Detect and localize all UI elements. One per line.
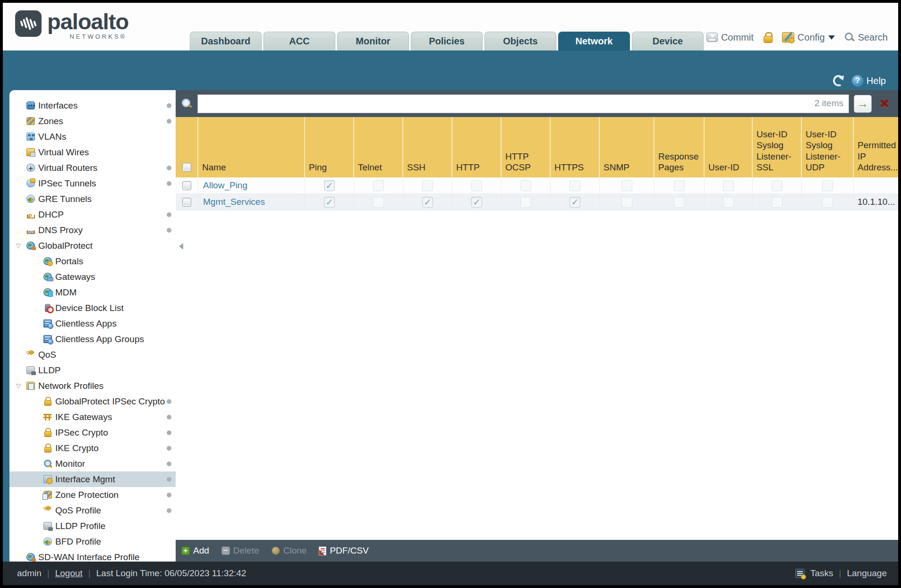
sidebar-item-interface-mgmt[interactable]: Interface Mgmt — [9, 471, 176, 487]
add-button[interactable]: + Add — [181, 546, 209, 556]
help-button[interactable]: ? Help — [852, 75, 886, 86]
name-cell: Mgmt_Services — [198, 194, 305, 210]
row-select-checkbox[interactable] — [182, 181, 191, 190]
sidebar-item-label: IKE Crypto — [55, 440, 99, 456]
delete-button[interactable]: − Delete — [221, 546, 259, 556]
https-cell — [551, 194, 600, 210]
sidebar-item-label: SD-WAN Interface Profile — [38, 549, 140, 562]
tasks-icon[interactable] — [795, 569, 805, 578]
sidebar-item-vlans[interactable]: VLANs — [9, 129, 176, 144]
dhcp-icon — [26, 210, 35, 218]
refresh-icon[interactable] — [831, 74, 846, 88]
sidebar-item-zone-protection[interactable]: Zone Protection — [9, 487, 176, 503]
column-header-user-id-syslog-listener-ssl[interactable]: User-ID Syslog Listener-SSL — [753, 117, 802, 177]
http-cell — [452, 194, 502, 210]
clear-filter-icon[interactable]: ✖ — [876, 95, 892, 113]
column-header-ping[interactable]: Ping — [305, 117, 354, 177]
sidebar-item-network-profiles[interactable]: ▽Network Profiles — [9, 378, 176, 394]
column-header-name[interactable]: Name — [198, 117, 305, 177]
table-toolbar: + Add − Delete Clone P — [176, 540, 898, 562]
sidebar-item-label: LLDP — [38, 362, 61, 378]
sidebar-item-gre-tunnels[interactable]: GRE Tunnels — [9, 191, 176, 207]
commit-button[interactable]: Commit — [706, 32, 754, 43]
row-select-cell — [176, 194, 198, 210]
sidebar-item-portals[interactable]: Portals — [9, 253, 176, 269]
tasks-link[interactable]: Tasks — [810, 568, 833, 579]
sidebar-item-ike-gateways[interactable]: IKE Gateways — [9, 409, 176, 425]
ssh-check-on — [422, 197, 433, 208]
item-dot — [167, 446, 171, 451]
clientless-app-groups-icon — [43, 335, 52, 343]
apply-filter-icon[interactable]: → — [854, 95, 872, 113]
row-select-checkbox[interactable] — [182, 198, 191, 207]
column-header-telnet[interactable]: Telnet — [354, 117, 403, 177]
sidebar-item-clientless-app-groups[interactable]: Clientless App Groups — [9, 331, 176, 347]
sidebar-item-zones[interactable]: Zones — [9, 113, 176, 129]
logout-link[interactable]: Logout — [55, 568, 83, 579]
sidebar-item-bfd-profile[interactable]: BFD Profile — [9, 534, 176, 549]
row-link-mgmt-services[interactable]: Mgmt_Services — [203, 197, 265, 207]
column-header-http-ocsp[interactable]: HTTP OCSP — [502, 117, 551, 177]
sidebar-item-device-block-list[interactable]: Device Block List — [9, 300, 176, 316]
lldp-icon — [43, 522, 52, 530]
sidebar-item-label: DNS Proxy — [38, 222, 83, 238]
pdf-csv-button[interactable]: PDF/CSV — [319, 546, 368, 556]
sidebar-item-gateways[interactable]: Gateways — [9, 269, 176, 285]
sidebar-item-sd-wan-interface-profile[interactable]: SD-WAN Interface Profile — [9, 549, 176, 562]
clone-button[interactable]: Clone — [272, 546, 307, 556]
sidebar-item-interfaces[interactable]: Interfaces — [9, 98, 176, 113]
separator: | — [88, 568, 91, 579]
tab-acc[interactable]: ACC — [264, 32, 335, 50]
column-header-response-pages[interactable]: Response Pages — [654, 117, 705, 177]
sidebar-item-mdm[interactable]: MDM — [9, 285, 176, 300]
tab-device[interactable]: Device — [632, 32, 704, 50]
tab-dashboard[interactable]: Dashboard — [190, 32, 262, 50]
row-link-allow-ping[interactable]: Allow_Ping — [203, 180, 247, 191]
ping-cell — [305, 194, 354, 210]
http-cell — [452, 177, 502, 193]
column-header-user-id[interactable]: User-ID — [705, 117, 753, 177]
sidebar-item-virtual-routers[interactable]: Virtual Routers — [9, 160, 176, 176]
column-header-permitted-ip[interactable]: Permitted IP Address... — [854, 117, 901, 177]
sidebar-collapse-handle[interactable] — [176, 243, 183, 250]
tab-network[interactable]: Network — [558, 32, 630, 50]
sidebar-item-ipsec-crypto[interactable]: IPSec Crypto — [9, 425, 176, 440]
sidebar-item-lldp-profile[interactable]: LLDP Profile — [9, 518, 176, 534]
sidebar-item-dns-proxy[interactable]: DNS Proxy — [9, 222, 176, 238]
telnet-cell — [354, 177, 403, 193]
ipsec-tunnels-icon — [26, 179, 35, 187]
column-header-user-id-syslog-listener-udp[interactable]: User-ID Syslog Listener-UDP — [802, 117, 854, 177]
status-bar: admin | Logout | Last Login Time: 06/05/… — [3, 562, 898, 585]
sidebar-item-virtual-wires[interactable]: Virtual Wires — [9, 144, 176, 160]
sidebar-item-qos[interactable]: QoS — [9, 347, 176, 362]
lock-icon[interactable] — [763, 32, 773, 42]
separator: | — [47, 568, 50, 579]
column-header-ssh[interactable]: SSH — [403, 117, 452, 177]
sidebar-item-globalprotect-ipsec-crypto[interactable]: GlobalProtect IPSec Crypto — [9, 394, 176, 409]
filter-input[interactable] — [197, 94, 849, 113]
sidebar-item-dhcp[interactable]: DHCP — [9, 207, 176, 222]
sidebar-item-globalprotect[interactable]: ▽GlobalProtect — [9, 238, 176, 253]
sidebar-item-clientless-apps[interactable]: Clientless Apps — [9, 316, 176, 331]
sidebar-item-ike-crypto[interactable]: IKE Crypto — [9, 440, 176, 456]
tab-monitor[interactable]: Monitor — [337, 32, 409, 50]
chevron-down-icon[interactable]: ▽ — [16, 238, 26, 253]
sidebar-item-lldp[interactable]: LLDP — [9, 362, 176, 378]
column-header-https[interactable]: HTTPS — [551, 117, 600, 177]
column-header-http[interactable]: HTTP — [452, 117, 502, 177]
chevron-down-icon[interactable]: ▽ — [16, 378, 26, 394]
config-menu-button[interactable]: Config — [782, 32, 835, 43]
sidebar-item-label: Device Block List — [55, 300, 124, 316]
sidebar-item-monitor[interactable]: Monitor — [9, 456, 176, 471]
sidebar-item-ipsec-tunnels[interactable]: IPSec Tunnels — [9, 176, 176, 191]
nav-tabs: DashboardACCMonitorPoliciesObjectsNetwor… — [190, 32, 704, 50]
commit-icon — [706, 33, 718, 42]
tab-objects[interactable]: Objects — [484, 32, 556, 50]
language-link[interactable]: Language — [847, 568, 887, 579]
tab-policies[interactable]: Policies — [411, 32, 483, 50]
column-header-snmp[interactable]: SNMP — [600, 117, 654, 177]
search-button[interactable]: Search — [844, 32, 888, 43]
select-all-checkbox[interactable] — [182, 163, 191, 172]
sidebar-item-qos-profile[interactable]: QoS Profile — [9, 503, 176, 518]
response_pages-cell — [654, 177, 705, 193]
